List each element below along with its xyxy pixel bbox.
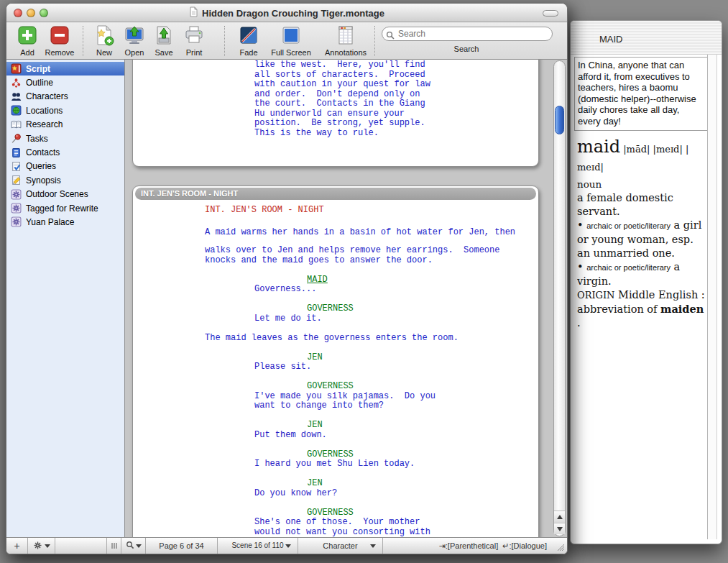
scene-selector[interactable]: Scene 16 of 110 xyxy=(218,538,298,554)
open-button[interactable]: Open xyxy=(120,24,149,58)
element-type-label: Character xyxy=(323,541,357,550)
sidebar-item-synopsis[interactable]: Synopsis xyxy=(6,173,124,187)
scene-heading[interactable]: INT. JEN'S ROOM - NIGHT xyxy=(205,206,538,216)
gear-icon xyxy=(33,541,42,551)
new-button[interactable]: New xyxy=(90,24,119,58)
window-title: Hidden Dragon Crouching Tiger.montage xyxy=(202,8,384,19)
sidebar-item-outdoor-scenes[interactable]: Outdoor Scenes xyxy=(6,188,124,201)
add-scene-button[interactable]: + xyxy=(6,538,28,554)
usage-label: archaic or poetic/literary xyxy=(586,221,671,230)
open-icon xyxy=(120,24,149,47)
document-icon xyxy=(189,6,198,20)
dialogue-block[interactable]: Do you know her? xyxy=(254,489,538,499)
search-group: Search xyxy=(377,24,556,58)
character-cue[interactable]: GOVERNESS xyxy=(307,382,538,392)
full-screen-label: Full Screen xyxy=(265,48,317,57)
search-icon xyxy=(386,29,395,42)
remove-button[interactable]: Remove xyxy=(42,24,77,58)
save-icon xyxy=(149,24,178,47)
sidebar: Script Outline Characters Locations Rese… xyxy=(6,60,125,537)
scrollbar-thumb[interactable] xyxy=(555,106,564,134)
dictionary-part-of-speech: noun xyxy=(577,178,709,191)
sidebar-item-label: Synopsis xyxy=(26,175,61,186)
dictionary-entry: maid |mād| |meɪd| | meɪd| noun a female … xyxy=(577,138,709,539)
element-type-selector[interactable]: Character xyxy=(298,538,383,554)
bullet: • xyxy=(577,261,584,273)
add-button[interactable]: Add xyxy=(14,24,41,58)
panel-scrollbar[interactable] xyxy=(707,55,717,539)
print-label: Print xyxy=(180,48,208,57)
research-note-field[interactable]: In China, anyone that can afford it, fro… xyxy=(574,57,709,131)
sidebar-item-characters[interactable]: Characters xyxy=(6,90,124,104)
sidebar-item-outline[interactable]: Outline xyxy=(6,75,124,89)
sidebar-item-label: Tasks xyxy=(26,134,48,144)
add-label: Add xyxy=(14,48,41,57)
origin-label: ORIGIN xyxy=(577,290,614,301)
usage-label: archaic or poetic/literary xyxy=(586,263,671,272)
action-block[interactable]: walks over to Jen and helps remove her e… xyxy=(205,246,538,265)
print-icon xyxy=(180,24,208,47)
action-block[interactable]: A maid warms her hands in a basin of hot… xyxy=(205,228,538,238)
tab-hint-label: ⇥:[Parenthetical] xyxy=(439,541,499,551)
resize-grip[interactable] xyxy=(554,538,567,554)
script-page-card: like the west. Here, you'll find all sor… xyxy=(132,60,539,167)
character-cue[interactable]: JEN xyxy=(307,479,538,489)
smart-folder-icon xyxy=(11,189,22,200)
open-label: Open xyxy=(120,48,149,57)
dialogue-block[interactable]: Let me do it. xyxy=(254,314,538,324)
full-screen-button[interactable]: Full Screen xyxy=(265,24,317,58)
full-screen-icon xyxy=(265,24,317,47)
fade-icon xyxy=(234,24,264,47)
toolbar-toggle-button[interactable] xyxy=(543,10,558,17)
dialogue-block[interactable]: I heard you met Shu Lien today. xyxy=(254,459,538,470)
sidebar-item-queries[interactable]: Queries xyxy=(6,160,124,173)
character-cue[interactable]: JEN xyxy=(307,353,538,363)
dictionary-sense-3: • archaic or poetic/literary a virgin. xyxy=(577,260,709,288)
dialogue-block[interactable]: Please sit. xyxy=(254,362,538,372)
print-button[interactable]: Print xyxy=(180,24,208,58)
dropdown-arrow-icon xyxy=(370,544,376,548)
sidebar-item-script[interactable]: Script xyxy=(6,62,124,75)
smart-folder-icon xyxy=(11,216,22,227)
add-icon xyxy=(14,24,41,47)
magnifier-icon xyxy=(126,541,134,551)
fade-button[interactable]: Fade xyxy=(234,24,264,58)
search-input[interactable] xyxy=(382,27,553,41)
annotations-button[interactable]: Annotations xyxy=(318,24,373,58)
vertical-scrollbar[interactable] xyxy=(553,60,566,536)
save-button[interactable]: Save xyxy=(149,24,178,58)
character-cue[interactable]: GOVERNESS xyxy=(307,508,538,518)
action-gear-button[interactable] xyxy=(28,538,55,554)
up-arrow-icon xyxy=(557,515,563,519)
remove-label: Remove xyxy=(42,48,77,57)
character-cue[interactable]: JEN xyxy=(307,421,538,431)
scroll-down-button[interactable] xyxy=(554,523,565,534)
research-icon xyxy=(11,119,22,130)
character-cue[interactable]: GOVERNESS xyxy=(307,450,538,460)
dialogue-block[interactable]: Put them down. xyxy=(254,431,538,441)
sidebar-item-label: Outline xyxy=(26,78,53,88)
toolbar-separator xyxy=(374,26,375,56)
sidebar-item-label: Outdoor Scenes xyxy=(26,189,88,199)
dialogue-block[interactable]: like the west. Here, you'll find all sor… xyxy=(254,60,538,138)
dialogue-block[interactable]: I've made you silk pajamas. Do you want … xyxy=(254,392,538,411)
fade-label: Fade xyxy=(234,48,264,57)
sidebar-item-tagged-for-rewrite[interactable]: Tagged for Rewrite xyxy=(6,201,124,215)
action-block[interactable]: The maid leaves as the governess enters … xyxy=(205,334,538,344)
sidebar-item-locations[interactable]: Locations xyxy=(6,104,124,117)
dialogue-block[interactable]: She's one of those. Your mother would no… xyxy=(254,518,538,537)
scroll-up-button[interactable] xyxy=(554,511,565,523)
annotations-icon xyxy=(318,24,373,47)
character-cue[interactable]: GOVERNESS xyxy=(307,304,538,314)
titlebar[interactable]: Hidden Dragon Crouching Tiger.montage xyxy=(6,4,567,22)
character-cue[interactable]: MAID xyxy=(307,275,538,285)
scene-header-bar[interactable]: INT. JEN'S ROOM - NIGHT xyxy=(135,188,536,200)
outline-icon xyxy=(11,78,22,88)
zoom-menu-button[interactable] xyxy=(121,538,146,554)
dialogue-block[interactable]: Governess... xyxy=(254,285,538,295)
sidebar-item-yuan-palace[interactable]: Yuan Palace xyxy=(6,215,124,229)
view-columns-button[interactable] xyxy=(107,538,121,554)
sidebar-item-tasks[interactable]: Tasks xyxy=(6,132,124,145)
sidebar-item-contacts[interactable]: Contacts xyxy=(6,145,124,159)
sidebar-item-research[interactable]: Research xyxy=(6,118,124,132)
